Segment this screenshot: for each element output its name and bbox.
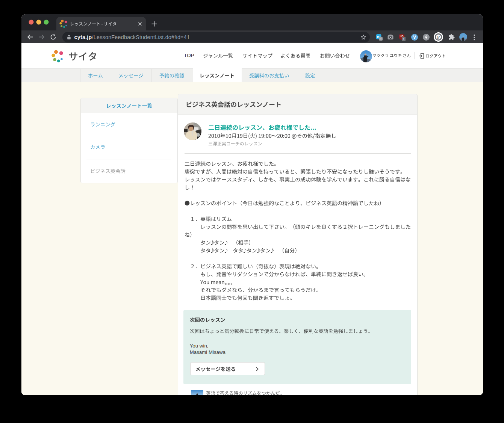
svg-text:1: 1 (403, 37, 404, 41)
svg-text:P: P (437, 35, 440, 39)
